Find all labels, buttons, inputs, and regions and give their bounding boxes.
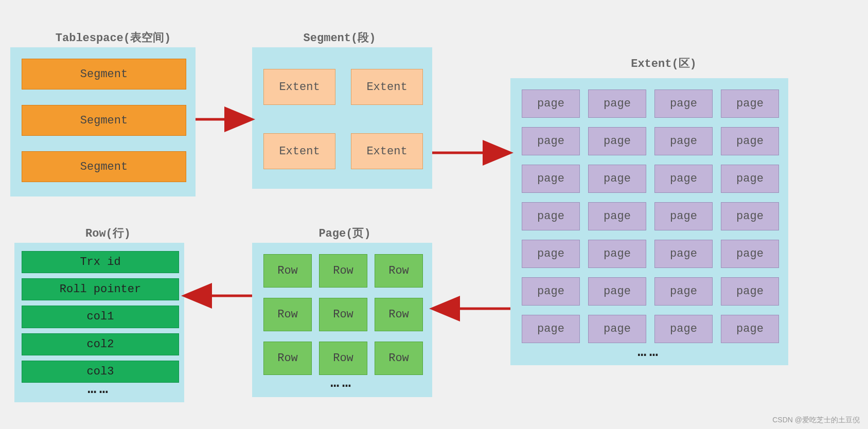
page-item: page <box>654 165 713 193</box>
page-item: page <box>721 127 779 155</box>
row-field: Roll pointer <box>22 278 179 300</box>
page-item: page <box>588 127 646 155</box>
row-item: Row <box>319 254 367 288</box>
row-item: Row <box>319 342 367 375</box>
page-item: page <box>654 277 713 306</box>
page-item: page <box>588 90 646 118</box>
row-item: Row <box>263 254 312 288</box>
extent-title: Extent(区) <box>612 56 715 71</box>
extent-container: …… pagepagepagepagepagepagepagepagepagep… <box>510 78 788 365</box>
extent-item: Extent <box>263 69 335 105</box>
segment-item: Segment <box>22 105 186 136</box>
segment-container: Extent Extent Extent Extent <box>252 47 432 189</box>
page-item: page <box>654 202 713 230</box>
page-title: Page(页) <box>293 225 396 241</box>
extent-item: Extent <box>351 69 423 105</box>
page-item: page <box>721 202 779 230</box>
page-item: page <box>654 315 713 343</box>
row-item: Row <box>319 298 367 331</box>
tablespace-title: Tablespace(表空间) <box>51 30 175 45</box>
page-item: page <box>522 127 580 155</box>
extent-ellipsis: …… <box>511 344 787 360</box>
row-item: Row <box>263 342 312 375</box>
watermark: CSDN @爱吃芝士的土豆倪 <box>772 416 860 425</box>
page-item: page <box>721 277 779 306</box>
page-item: page <box>588 202 646 230</box>
page-item: page <box>654 90 713 118</box>
extent-item: Extent <box>351 133 423 169</box>
row-title: Row(行) <box>67 225 149 241</box>
segment-item: Segment <box>22 59 186 90</box>
tablespace-container: Segment Segment Segment <box>10 47 196 196</box>
page-item: page <box>588 315 646 343</box>
row-item: Row <box>375 342 423 375</box>
page-item: page <box>588 240 646 268</box>
row-item: Row <box>375 298 423 331</box>
row-field: Trx id <box>22 251 179 273</box>
row-field: col2 <box>22 333 179 355</box>
extent-item: Extent <box>263 133 335 169</box>
page-item: page <box>721 315 779 343</box>
page-container: …… RowRowRowRowRowRowRowRowRow <box>252 243 432 397</box>
page-item: page <box>522 277 580 306</box>
page-item: page <box>588 277 646 306</box>
page-item: page <box>721 240 779 268</box>
page-item: page <box>522 240 580 268</box>
page-item: page <box>522 165 580 193</box>
page-item: page <box>721 165 779 193</box>
page-item: page <box>654 240 713 268</box>
row-container: …… Trx idRoll pointercol1col2col3 <box>14 243 184 402</box>
row-item: Row <box>263 298 312 331</box>
row-item: Row <box>375 254 423 288</box>
page-item: page <box>522 90 580 118</box>
page-item: page <box>654 127 713 155</box>
page-item: page <box>588 165 646 193</box>
segment-item: Segment <box>22 151 186 182</box>
segment-title: Segment(段) <box>288 30 391 45</box>
page-ellipsis: …… <box>253 375 431 391</box>
page-item: page <box>522 315 580 343</box>
page-item: page <box>721 90 779 118</box>
row-ellipsis: …… <box>15 381 183 397</box>
row-field: col1 <box>22 306 179 328</box>
page-item: page <box>522 202 580 230</box>
row-field: col3 <box>22 361 179 383</box>
